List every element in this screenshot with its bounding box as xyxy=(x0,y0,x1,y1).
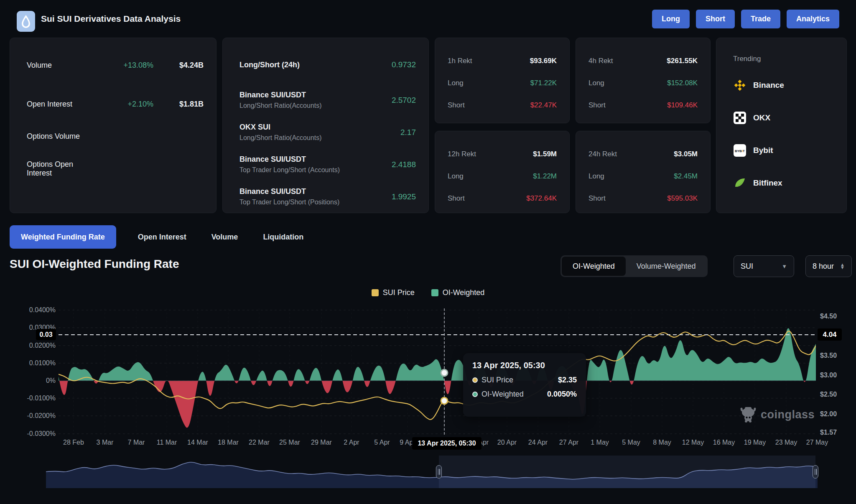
rekt-long: Long$2.45M xyxy=(576,165,710,187)
tooltip-series-label: OI-Weighted xyxy=(482,390,547,399)
long-short-ratio-card: Long/Short (24h)0.9732Binance SUI/USDTLo… xyxy=(222,38,429,213)
y-axis-label-left: -0.0200% xyxy=(0,412,56,420)
header-buttons: LongShortTradeAnalytics xyxy=(652,10,839,28)
page: { "header": { "title": "Sui SUI Derivati… xyxy=(0,0,856,504)
ratio-sublabel: Top Trader Long/Short (Accounts) xyxy=(239,166,392,174)
rekt-period-value: $93.69K xyxy=(530,57,557,65)
long-button[interactable]: Long xyxy=(652,10,690,28)
legend-item-oi-weighted[interactable]: OI-Weighted xyxy=(431,288,485,297)
stat-label: Open Interest xyxy=(27,100,99,109)
svg-text:BYBIT: BYBIT xyxy=(735,149,745,153)
ratio-sublabel: Top Trader Long/Short (Positions) xyxy=(239,199,392,206)
y-axis-label-left: 0.0100% xyxy=(0,359,56,367)
trending-item-bybit[interactable]: BYBITBybit xyxy=(716,134,846,167)
navigator-left-handle[interactable] xyxy=(436,465,442,479)
rekt-period-label: 1h Rekt xyxy=(448,57,472,65)
ratio-value: 1.9925 xyxy=(392,192,416,201)
ratio-label: Binance SUI/USDT xyxy=(239,155,392,164)
navigator-right-handle[interactable] xyxy=(813,465,818,479)
stat-row: Options Open Interest xyxy=(10,153,216,185)
ratio-label: Binance SUI/USDT xyxy=(239,187,392,196)
toggle-volume-weighted[interactable]: Volume-Weighted xyxy=(626,257,707,276)
trending-card: Trending BinanceOKXBYBITBybitBitfinex xyxy=(716,38,847,213)
analytics-button[interactable]: Analytics xyxy=(787,10,839,28)
tooltip-row: OI-Weighted0.0050% xyxy=(472,390,577,399)
rekt-period: 12h Rekt$1.59M xyxy=(435,143,569,165)
rekt-period-label: 12h Rekt xyxy=(448,150,476,158)
tab-volume[interactable]: Volume xyxy=(208,233,242,242)
y-axis-label-left: 0% xyxy=(0,377,56,384)
rekt-short-value: $22.47K xyxy=(530,101,557,109)
rekt-period: 24h Rekt$3.05M xyxy=(576,143,710,165)
ratio-row: Binance SUI/USDTTop Trader Long/Short (A… xyxy=(223,148,428,181)
y-axis-label-right: $3.50 xyxy=(820,352,837,359)
rekt-short-value: $109.46K xyxy=(667,101,698,109)
symbol-select[interactable]: SUI ▼ xyxy=(734,255,794,277)
chart-legend: SUI PriceOI-Weighted xyxy=(0,288,856,297)
short-button[interactable]: Short xyxy=(696,10,735,28)
rekt-card-1h: 1h Rekt$93.69KLong$71.22KShort$22.47K xyxy=(435,38,570,123)
trending-item-okx[interactable]: OKX xyxy=(716,102,846,134)
tooltip-row: SUI Price$2.35 xyxy=(472,376,577,384)
trending-item-label: Bybit xyxy=(753,146,773,155)
ratio-row: Long/Short (24h)0.9732 xyxy=(223,46,428,84)
y-axis-label-right: $4.50 xyxy=(820,313,837,320)
rekt-long-value: $152.08K xyxy=(667,79,698,87)
rekt-long-value: $2.45M xyxy=(674,172,698,181)
rekt-short-label: Short xyxy=(448,101,465,109)
ratio-sublabel: Long/Short Ratio(Accounts) xyxy=(239,102,392,109)
ratio-labels: Binance SUI/USDTTop Trader Long/Short (A… xyxy=(239,155,392,174)
rekt-long-label: Long xyxy=(588,172,604,181)
toggle-oi-weighted[interactable]: OI-Weighted xyxy=(562,257,626,276)
rekt-period-value: $261.55K xyxy=(667,57,698,65)
rekt-card-24h: 24h Rekt$3.05MLong$2.45MShort$595.03K xyxy=(576,131,711,213)
tab-weighted-funding-rate[interactable]: Weighted Funding Rate xyxy=(10,225,116,249)
legend-swatch xyxy=(431,289,438,296)
y-axis-label-left: 0.0200% xyxy=(0,342,56,349)
rekt-long-value: $1.22M xyxy=(533,172,557,181)
symbol-select-value: SUI xyxy=(741,262,753,271)
volume-stats-card: Volume+13.08%$4.24BOpen Interest+2.10%$1… xyxy=(10,38,217,213)
rekt-period: 4h Rekt$261.55K xyxy=(576,50,710,72)
crosshair-funding-dot xyxy=(441,369,448,377)
chart-plot-area[interactable] xyxy=(59,308,816,435)
tab-liquidation[interactable]: Liquidation xyxy=(260,233,307,242)
legend-label: OI-Weighted xyxy=(443,288,485,297)
range-navigator[interactable] xyxy=(46,456,818,488)
y-axis-label-right: $1.57 xyxy=(820,429,837,436)
current-value-marker-line xyxy=(59,334,816,335)
tooltip-series-value: $2.35 xyxy=(558,376,577,384)
legend-item-sui-price[interactable]: SUI Price xyxy=(372,288,415,297)
rekt-card-4h: 4h Rekt$261.55KLong$152.08KShort$109.46K xyxy=(576,38,711,123)
ratio-labels: Binance SUI/USDTTop Trader Long/Short (P… xyxy=(239,187,392,206)
trade-button[interactable]: Trade xyxy=(741,10,780,28)
ratio-labels: Long/Short (24h) xyxy=(239,61,392,69)
ratio-sublabel: Long/Short Ratio(Accounts) xyxy=(239,134,400,142)
rekt-long-label: Long xyxy=(448,79,464,87)
legend-swatch xyxy=(372,289,379,296)
interval-select[interactable]: 8 hour ▲▼ xyxy=(805,255,852,277)
section-title: SUI OI-Weighted Funding Rate xyxy=(10,257,179,271)
y-axis-label-right: $2.00 xyxy=(820,410,837,418)
ratio-value: 0.9732 xyxy=(392,60,416,69)
bitfinex-icon xyxy=(733,176,746,190)
rekt-long-value: $71.22K xyxy=(530,79,557,87)
stat-row: Options Volume xyxy=(10,120,216,153)
tab-open-interest[interactable]: Open Interest xyxy=(135,233,190,242)
tooltip-series-dot xyxy=(472,377,478,383)
x-axis: 13 Apr 2025, 05:30 28 Feb3 Mar7 Mar11 Ma… xyxy=(0,436,856,450)
rekt-period-label: 24h Rekt xyxy=(588,150,617,158)
marker-right-pill: 4.04 xyxy=(818,328,842,341)
okx-icon xyxy=(733,111,746,125)
rekt-long-label: Long xyxy=(448,172,464,181)
trending-item-bitfinex[interactable]: Bitfinex xyxy=(716,167,846,199)
navigator-selected-range[interactable] xyxy=(439,456,815,488)
coinglass-watermark: coinglass xyxy=(739,406,815,423)
chart-tabs: Weighted Funding RateOpen InterestVolume… xyxy=(10,225,307,249)
legend-label: SUI Price xyxy=(383,288,415,297)
coinglass-bull-icon xyxy=(739,406,757,423)
chevron-down-icon: ▼ xyxy=(782,263,787,270)
rekt-short: Short$22.47K xyxy=(435,94,569,116)
rekt-long: Long$1.22M xyxy=(435,165,569,187)
trending-item-binance[interactable]: Binance xyxy=(716,69,846,102)
